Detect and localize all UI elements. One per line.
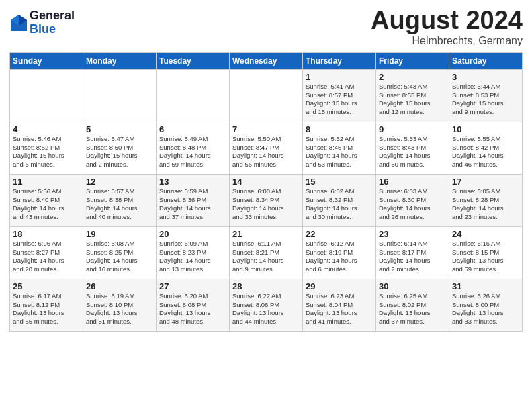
day-info: Sunrise: 6:19 AM Sunset: 8:10 PM Dayligh… (86, 292, 153, 326)
calendar-cell: 9Sunrise: 5:53 AM Sunset: 8:43 PM Daylig… (376, 122, 449, 174)
calendar-cell: 5Sunrise: 5:47 AM Sunset: 8:50 PM Daylig… (83, 122, 157, 174)
calendar-cell: 29Sunrise: 6:23 AM Sunset: 8:04 PM Dayli… (303, 279, 376, 331)
day-info: Sunrise: 6:02 AM Sunset: 8:32 PM Dayligh… (306, 187, 373, 222)
day-info: Sunrise: 5:59 AM Sunset: 8:36 PM Dayligh… (159, 187, 226, 222)
day-number: 22 (306, 229, 373, 239)
day-number: 20 (159, 229, 226, 239)
day-info: Sunrise: 6:11 AM Sunset: 8:21 PM Dayligh… (232, 240, 300, 274)
logo-text: General Blue (30, 9, 75, 36)
calendar-week-row: 11Sunrise: 5:56 AM Sunset: 8:40 PM Dayli… (10, 174, 523, 226)
day-number: 10 (452, 124, 519, 134)
weekday-header: Sunday (10, 52, 83, 69)
day-number: 19 (86, 229, 153, 239)
day-number: 31 (452, 281, 519, 291)
day-info: Sunrise: 6:09 AM Sunset: 8:23 PM Dayligh… (159, 240, 226, 274)
calendar-cell: 6Sunrise: 5:49 AM Sunset: 8:48 PM Daylig… (157, 122, 230, 174)
weekday-header: Monday (83, 52, 157, 69)
calendar-body: 1Sunrise: 5:41 AM Sunset: 8:57 PM Daylig… (10, 69, 523, 331)
day-info: Sunrise: 5:56 AM Sunset: 8:40 PM Dayligh… (13, 187, 80, 222)
month-year: August 2024 (371, 7, 523, 35)
calendar-cell: 30Sunrise: 6:25 AM Sunset: 8:02 PM Dayli… (376, 279, 449, 331)
calendar-cell (230, 69, 303, 122)
calendar-cell: 8Sunrise: 5:52 AM Sunset: 8:45 PM Daylig… (303, 122, 376, 174)
day-number: 26 (86, 281, 153, 291)
calendar-cell: 28Sunrise: 6:22 AM Sunset: 8:06 PM Dayli… (230, 279, 303, 331)
calendar-cell: 23Sunrise: 6:14 AM Sunset: 8:17 PM Dayli… (376, 226, 449, 279)
day-number: 17 (452, 177, 519, 187)
day-number: 18 (13, 229, 80, 239)
calendar-cell: 1Sunrise: 5:41 AM Sunset: 8:57 PM Daylig… (303, 69, 376, 122)
day-info: Sunrise: 6:06 AM Sunset: 8:27 PM Dayligh… (13, 240, 80, 274)
calendar-cell: 24Sunrise: 6:16 AM Sunset: 8:15 PM Dayli… (449, 226, 523, 279)
calendar-header: SundayMondayTuesdayWednesdayThursdayFrid… (10, 52, 523, 69)
day-number: 30 (379, 281, 446, 291)
calendar-cell: 27Sunrise: 6:20 AM Sunset: 8:08 PM Dayli… (157, 279, 230, 331)
day-number: 12 (86, 177, 153, 187)
calendar-cell: 25Sunrise: 6:17 AM Sunset: 8:12 PM Dayli… (10, 279, 83, 331)
logo-icon (9, 13, 28, 32)
calendar-cell: 2Sunrise: 5:43 AM Sunset: 8:55 PM Daylig… (376, 69, 449, 122)
calendar-week-row: 25Sunrise: 6:17 AM Sunset: 8:12 PM Dayli… (10, 279, 523, 331)
day-info: Sunrise: 5:53 AM Sunset: 8:43 PM Dayligh… (379, 135, 446, 169)
weekday-header: Saturday (449, 52, 523, 69)
calendar-week-row: 1Sunrise: 5:41 AM Sunset: 8:57 PM Daylig… (10, 69, 523, 122)
calendar-cell: 14Sunrise: 6:00 AM Sunset: 8:34 PM Dayli… (230, 174, 303, 226)
calendar-cell: 20Sunrise: 6:09 AM Sunset: 8:23 PM Dayli… (157, 226, 230, 279)
calendar-cell: 19Sunrise: 6:08 AM Sunset: 8:25 PM Dayli… (83, 226, 157, 279)
calendar-week-row: 18Sunrise: 6:06 AM Sunset: 8:27 PM Dayli… (10, 226, 523, 279)
calendar-cell: 16Sunrise: 6:03 AM Sunset: 8:30 PM Dayli… (376, 174, 449, 226)
day-number: 8 (306, 124, 373, 134)
weekday-header: Wednesday (230, 52, 303, 69)
day-info: Sunrise: 6:17 AM Sunset: 8:12 PM Dayligh… (13, 292, 80, 326)
day-number: 21 (232, 229, 300, 239)
day-info: Sunrise: 6:14 AM Sunset: 8:17 PM Dayligh… (379, 240, 446, 274)
day-number: 1 (306, 72, 373, 82)
day-number: 3 (452, 72, 519, 82)
day-info: Sunrise: 6:20 AM Sunset: 8:08 PM Dayligh… (159, 292, 226, 326)
calendar-cell: 22Sunrise: 6:12 AM Sunset: 8:19 PM Dayli… (303, 226, 376, 279)
day-info: Sunrise: 6:16 AM Sunset: 8:15 PM Dayligh… (452, 240, 519, 274)
location: Helmbrechts, Germany (371, 35, 523, 47)
day-info: Sunrise: 6:25 AM Sunset: 8:02 PM Dayligh… (379, 292, 446, 326)
day-number: 14 (232, 177, 300, 187)
weekday-header: Friday (376, 52, 449, 69)
calendar-cell: 11Sunrise: 5:56 AM Sunset: 8:40 PM Dayli… (10, 174, 83, 226)
day-info: Sunrise: 5:43 AM Sunset: 8:55 PM Dayligh… (379, 83, 446, 117)
calendar-cell: 26Sunrise: 6:19 AM Sunset: 8:10 PM Dayli… (83, 279, 157, 331)
calendar-cell: 18Sunrise: 6:06 AM Sunset: 8:27 PM Dayli… (10, 226, 83, 279)
calendar-cell: 15Sunrise: 6:02 AM Sunset: 8:32 PM Dayli… (303, 174, 376, 226)
calendar-table: SundayMondayTuesdayWednesdayThursdayFrid… (9, 52, 523, 332)
calendar-cell: 7Sunrise: 5:50 AM Sunset: 8:47 PM Daylig… (230, 122, 303, 174)
day-number: 13 (159, 177, 226, 187)
day-info: Sunrise: 5:50 AM Sunset: 8:47 PM Dayligh… (232, 135, 300, 169)
calendar-cell (157, 69, 230, 122)
title-block: August 2024 Helmbrechts, Germany (371, 7, 523, 47)
header: General Blue August 2024 Helmbrechts, Ge… (9, 7, 523, 47)
day-number: 2 (379, 72, 446, 82)
day-number: 25 (13, 281, 80, 291)
day-info: Sunrise: 5:55 AM Sunset: 8:42 PM Dayligh… (452, 135, 519, 169)
day-info: Sunrise: 6:12 AM Sunset: 8:19 PM Dayligh… (306, 240, 373, 274)
calendar-week-row: 4Sunrise: 5:46 AM Sunset: 8:52 PM Daylig… (10, 122, 523, 174)
day-info: Sunrise: 5:47 AM Sunset: 8:50 PM Dayligh… (86, 135, 153, 169)
day-number: 7 (232, 124, 300, 134)
calendar-cell (83, 69, 157, 122)
calendar-cell (10, 69, 83, 122)
weekday-header: Thursday (303, 52, 376, 69)
day-info: Sunrise: 5:52 AM Sunset: 8:45 PM Dayligh… (306, 135, 373, 169)
calendar-cell: 17Sunrise: 6:05 AM Sunset: 8:28 PM Dayli… (449, 174, 523, 226)
calendar-cell: 12Sunrise: 5:57 AM Sunset: 8:38 PM Dayli… (83, 174, 157, 226)
calendar-cell: 4Sunrise: 5:46 AM Sunset: 8:52 PM Daylig… (10, 122, 83, 174)
day-info: Sunrise: 6:03 AM Sunset: 8:30 PM Dayligh… (379, 187, 446, 222)
day-number: 16 (379, 177, 446, 187)
day-info: Sunrise: 6:08 AM Sunset: 8:25 PM Dayligh… (86, 240, 153, 274)
day-info: Sunrise: 6:26 AM Sunset: 8:00 PM Dayligh… (452, 292, 519, 326)
day-number: 9 (379, 124, 446, 134)
day-number: 28 (232, 281, 300, 291)
day-info: Sunrise: 5:57 AM Sunset: 8:38 PM Dayligh… (86, 187, 153, 222)
day-number: 5 (86, 124, 153, 134)
calendar-cell: 21Sunrise: 6:11 AM Sunset: 8:21 PM Dayli… (230, 226, 303, 279)
day-info: Sunrise: 6:22 AM Sunset: 8:06 PM Dayligh… (232, 292, 300, 326)
day-number: 23 (379, 229, 446, 239)
day-info: Sunrise: 6:23 AM Sunset: 8:04 PM Dayligh… (306, 292, 373, 326)
